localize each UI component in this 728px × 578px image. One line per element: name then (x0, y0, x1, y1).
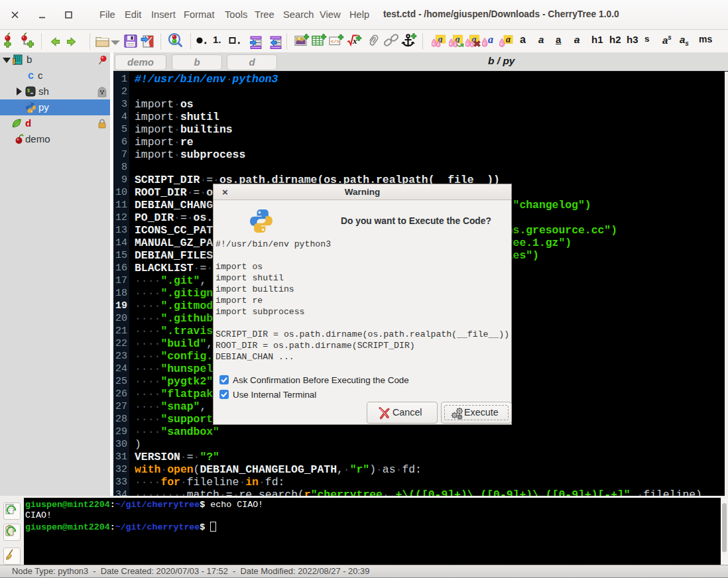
svg-text:a: a (506, 34, 511, 44)
svg-text:a: a (488, 34, 493, 45)
svg-text:$: $ (27, 89, 30, 93)
svg-text:</>: </> (331, 39, 339, 44)
